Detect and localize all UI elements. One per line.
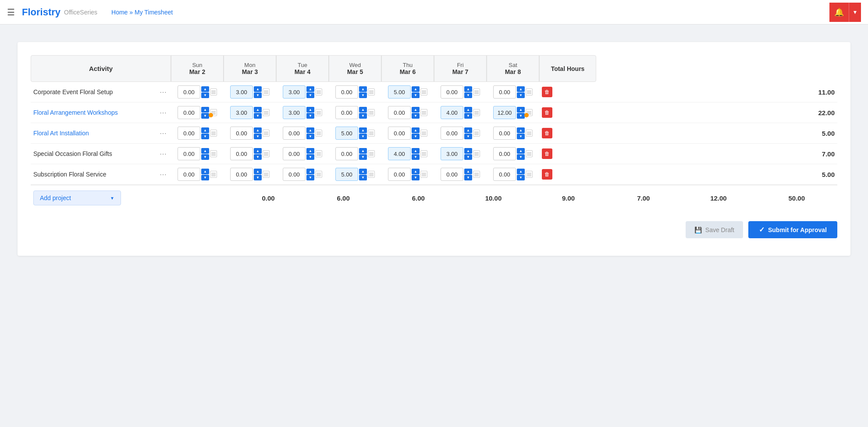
hours-input[interactable] <box>493 106 516 119</box>
hours-input[interactable] <box>441 127 463 140</box>
spin-up-button[interactable]: ▲ <box>254 148 262 154</box>
spin-up-button[interactable]: ▲ <box>306 169 314 174</box>
spin-up-button[interactable]: ▲ <box>359 169 367 174</box>
note-icon[interactable] <box>263 150 270 157</box>
hours-input[interactable] <box>283 106 306 119</box>
hours-input[interactable] <box>230 85 253 99</box>
spin-down-button[interactable]: ▼ <box>464 175 472 180</box>
spin-up-button[interactable]: ▲ <box>306 107 314 113</box>
spin-down-button[interactable]: ▼ <box>517 134 525 139</box>
note-icon[interactable] <box>420 109 427 116</box>
note-icon[interactable] <box>526 150 533 157</box>
spin-up-button[interactable]: ▲ <box>359 86 367 92</box>
hours-input[interactable] <box>283 127 306 140</box>
spin-down-button[interactable]: ▼ <box>201 154 209 160</box>
note-icon[interactable] <box>368 150 375 157</box>
row-menu-icon[interactable]: ⋯ <box>158 108 168 118</box>
note-icon[interactable] <box>210 150 217 157</box>
note-icon[interactable] <box>315 130 322 137</box>
hours-input[interactable] <box>335 168 358 181</box>
spin-down-button[interactable]: ▼ <box>306 175 314 180</box>
hours-input[interactable] <box>388 85 411 99</box>
spin-down-button[interactable]: ▼ <box>412 134 420 139</box>
note-icon[interactable] <box>263 109 270 116</box>
add-project-button[interactable]: Add project ▼ <box>33 191 121 205</box>
note-icon[interactable] <box>315 150 322 157</box>
spin-down-button[interactable]: ▼ <box>464 154 472 160</box>
spin-down-button[interactable]: ▼ <box>359 134 367 139</box>
note-icon[interactable] <box>526 88 533 95</box>
note-icon[interactable] <box>473 88 480 95</box>
spin-down-button[interactable]: ▼ <box>306 113 314 119</box>
spin-up-button[interactable]: ▲ <box>254 107 262 113</box>
note-icon[interactable] <box>473 150 480 157</box>
spin-down-button[interactable]: ▼ <box>359 175 367 180</box>
spin-up-button[interactable]: ▲ <box>201 86 209 92</box>
spin-up-button[interactable]: ▲ <box>201 169 209 174</box>
spin-down-button[interactable]: ▼ <box>306 134 314 139</box>
spin-down-button[interactable]: ▼ <box>359 154 367 160</box>
spin-up-button[interactable]: ▲ <box>412 169 420 174</box>
spin-up-button[interactable]: ▲ <box>412 107 420 113</box>
note-icon[interactable] <box>315 88 322 95</box>
note-icon[interactable] <box>210 88 217 95</box>
spin-down-button[interactable]: ▼ <box>517 154 525 160</box>
spin-down-button[interactable]: ▼ <box>201 92 209 98</box>
menu-icon[interactable]: ☰ <box>7 7 15 18</box>
hours-input[interactable] <box>178 168 200 181</box>
note-icon[interactable] <box>210 171 217 178</box>
spin-down-button[interactable]: ▼ <box>412 92 420 98</box>
note-icon[interactable] <box>526 171 533 178</box>
note-icon[interactable] <box>368 130 375 137</box>
spin-down-button[interactable]: ▼ <box>201 175 209 180</box>
spin-down-button[interactable]: ▼ <box>359 113 367 119</box>
hours-input[interactable] <box>178 85 200 99</box>
hours-input[interactable] <box>388 147 411 160</box>
spin-down-button[interactable]: ▼ <box>254 134 262 139</box>
note-icon[interactable] <box>368 109 375 116</box>
hours-input[interactable] <box>335 106 358 119</box>
spin-up-button[interactable]: ▲ <box>517 127 525 133</box>
spin-up-button[interactable]: ▲ <box>464 127 472 133</box>
spin-up-button[interactable]: ▲ <box>359 148 367 154</box>
row-menu-icon[interactable]: ⋯ <box>158 87 168 97</box>
hours-input[interactable] <box>493 168 516 181</box>
spin-up-button[interactable]: ▲ <box>464 107 472 113</box>
save-draft-button[interactable]: 💾 Save Draft <box>686 221 743 238</box>
note-icon[interactable] <box>210 109 217 116</box>
spin-up-button[interactable]: ▲ <box>517 107 525 113</box>
note-icon[interactable] <box>526 109 533 116</box>
breadcrumb-home[interactable]: Home <box>111 9 128 16</box>
hours-input[interactable] <box>335 147 358 160</box>
spin-down-button[interactable]: ▼ <box>412 175 420 180</box>
spin-down-button[interactable]: ▼ <box>306 92 314 98</box>
hours-input[interactable] <box>493 85 516 99</box>
spin-up-button[interactable]: ▲ <box>306 127 314 133</box>
note-icon[interactable] <box>420 171 427 178</box>
note-icon[interactable] <box>263 130 270 137</box>
delete-row-button[interactable]: 🗑 <box>542 128 552 138</box>
user-dropdown-button[interactable]: ▼ <box>849 3 861 22</box>
spin-down-button[interactable]: ▼ <box>359 92 367 98</box>
hours-input[interactable] <box>388 168 411 181</box>
spin-up-button[interactable]: ▲ <box>359 127 367 133</box>
note-icon[interactable] <box>315 109 322 116</box>
hours-input[interactable] <box>441 85 463 99</box>
row-menu-icon[interactable]: ⋯ <box>158 128 168 138</box>
hours-input[interactable] <box>178 106 200 119</box>
hours-input[interactable] <box>493 147 516 160</box>
spin-up-button[interactable]: ▲ <box>306 86 314 92</box>
spin-down-button[interactable]: ▼ <box>254 113 262 119</box>
spin-down-button[interactable]: ▼ <box>517 113 525 119</box>
spin-up-button[interactable]: ▲ <box>254 127 262 133</box>
spin-up-button[interactable]: ▲ <box>412 127 420 133</box>
spin-up-button[interactable]: ▲ <box>517 148 525 154</box>
spin-up-button[interactable]: ▲ <box>517 169 525 174</box>
spin-up-button[interactable]: ▲ <box>201 148 209 154</box>
spin-up-button[interactable]: ▲ <box>412 148 420 154</box>
note-icon[interactable] <box>473 109 480 116</box>
hours-input[interactable] <box>230 106 253 119</box>
note-icon[interactable] <box>210 130 217 137</box>
hours-input[interactable] <box>178 127 200 140</box>
activity-name[interactable]: Floral Art Installation <box>33 130 154 137</box>
